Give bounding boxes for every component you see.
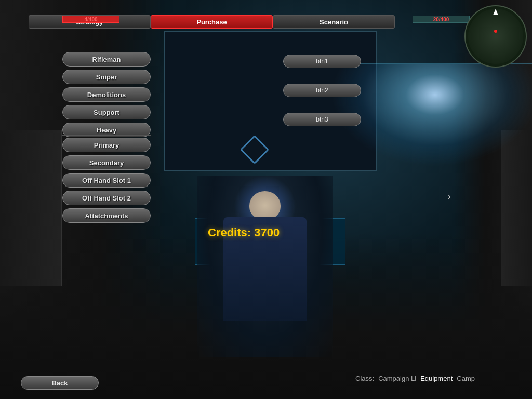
class-demolitions-btn[interactable]: Demolitions xyxy=(62,87,151,102)
action-btn2[interactable]: btn2 xyxy=(283,84,361,97)
tab-equipment[interactable]: Equipment xyxy=(418,374,455,383)
action-buttons-panel: btn1 btn2 btn3 xyxy=(283,55,361,126)
back-button[interactable]: Back xyxy=(21,376,99,390)
character-figure xyxy=(197,176,332,357)
purchase-tab[interactable]: Purchase xyxy=(151,15,273,29)
tab-camp[interactable]: Camp xyxy=(455,374,477,383)
equip-offhand1-btn[interactable]: Off Hand Slot 1 xyxy=(62,173,151,188)
credits-display: Credits: 3700 xyxy=(208,226,280,240)
minimap-inner xyxy=(468,9,523,64)
tab-class-label: Class: xyxy=(353,374,376,383)
bottom-tabs: Class: Campaign Li Equipment Camp xyxy=(353,374,477,383)
panel-separator xyxy=(62,135,151,136)
equip-offhand2-btn[interactable]: Off Hand Slot 2 xyxy=(62,191,151,205)
viewport-glow xyxy=(331,63,532,167)
class-rifleman-btn[interactable]: Rifleman xyxy=(62,52,151,66)
score-bar-left: 4/400 xyxy=(62,16,119,23)
minimap xyxy=(464,5,527,68)
left-wall-decoration xyxy=(0,130,62,286)
character-head xyxy=(249,191,281,220)
equip-secondary-btn[interactable]: Secondary xyxy=(62,155,151,170)
tab-campaign[interactable]: Campaign Li xyxy=(376,374,418,383)
class-sniper-btn[interactable]: Sniper xyxy=(62,70,151,84)
equipment-panel: Primary Secondary Off Hand Slot 1 Off Ha… xyxy=(62,138,151,223)
equip-attachments-btn[interactable]: Attatchments xyxy=(62,208,151,223)
equip-primary-btn[interactable]: Primary xyxy=(62,138,151,152)
action-btn1[interactable]: btn1 xyxy=(283,55,361,68)
class-selection-panel: Rifleman Sniper Demolitions Support Heav… xyxy=(62,52,151,137)
mouse-cursor xyxy=(448,191,451,194)
class-support-btn[interactable]: Support xyxy=(62,105,151,119)
scenario-tab[interactable]: Scenario xyxy=(273,15,395,29)
action-btn3[interactable]: btn3 xyxy=(283,113,361,126)
minimap-enemy-dot xyxy=(494,30,497,33)
minimap-direction-arrow xyxy=(493,9,498,15)
score-bar-right: 20/400 xyxy=(413,16,470,23)
